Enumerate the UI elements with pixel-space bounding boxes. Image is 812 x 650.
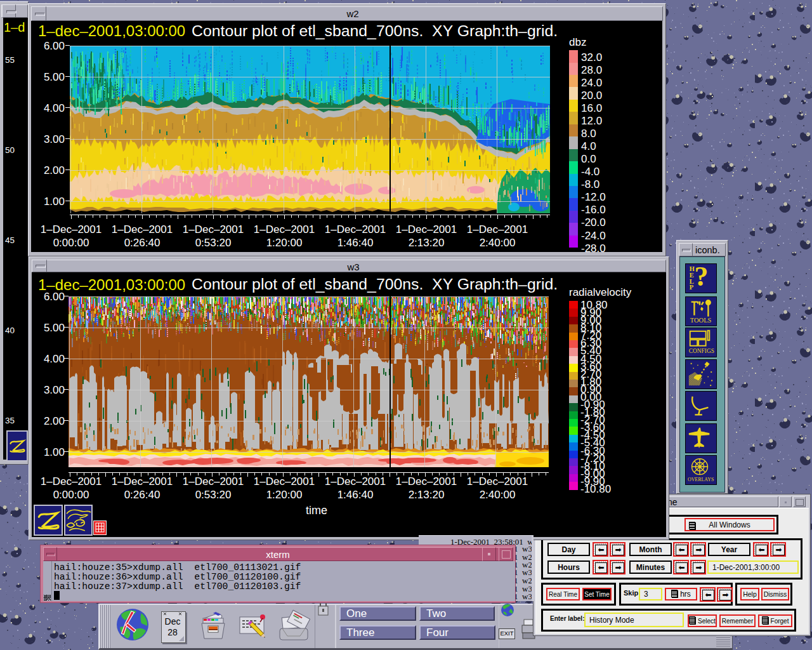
svg-text:CONFIGS: CONFIGS (689, 348, 714, 354)
svg-text:28: 28 (167, 627, 178, 637)
svg-text:OVERLAYS: OVERLAYS (688, 477, 714, 482)
svg-text:Dec: Dec (165, 616, 181, 627)
svg-text:P: P (690, 284, 694, 291)
svg-text:?: ? (694, 264, 708, 292)
svg-text:TOOLS: TOOLS (690, 317, 712, 324)
